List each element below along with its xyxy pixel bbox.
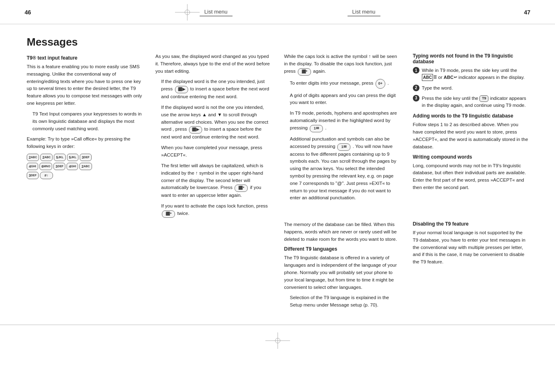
list-item-2: 2 Type the word. [413,85,528,92]
col3-key2: 0+ [375,79,385,89]
numbered-list: 1 While in T9 mode, press the side key u… [413,67,528,109]
key-2abc-1: 2ABC [27,154,39,161]
column-5: The memory of the database can be filled… [282,221,402,312]
item3-text: Press the side key until the T9 indicato… [422,95,528,109]
key-4ghi-2: 4GHI [67,163,78,170]
key-row-3: 3DEF #↑ [27,172,142,179]
t9-mode-icon: T9 [479,95,488,102]
adding-words-title: Adding words to the T9 linguistic databa… [413,113,528,119]
key-row-1: 2ABC 2ABC 5JKL 5JKL 3DEF [27,154,142,161]
spacer-2 [153,221,273,312]
t9-feature-body1: This is a feature enabling you to more e… [27,63,142,107]
example-label: Example: Try to type »Call office« by pr… [27,136,142,150]
column-4: Typing words not found in the T9 linguis… [411,36,530,221]
header-center: List menu List menu [200,9,380,16]
column-3: While the caps lock is active the symbol… [282,36,402,221]
abc-indicator-2: ABC↩ [444,74,457,81]
compound-words-body: Long, compound words may not be in T9's … [413,162,528,191]
diff-t9-body: The T9 linguistic database is offered in… [284,254,400,291]
right-columns: The memory of the database can be filled… [0,221,555,312]
key-3def-1: 3DEF [80,154,92,161]
num-2: 2 [413,85,419,91]
adding-words-body: Follow steps 1 to 2 as described above. … [413,121,528,150]
col3-body2: To enter digits into your message, press… [290,79,400,89]
spacer-1 [25,221,144,312]
item1-text: While in T9 mode, press the side key unt… [422,67,528,81]
menu-label-left: List menu [200,9,233,16]
column-6: Disabling the T9 feature If your normal … [411,221,530,312]
col2-body3: If the displayed word is not the one you… [161,104,271,141]
key-3def-2: 3DEF [53,163,65,170]
col2-body1: As you saw, the displayed word changed a… [155,53,271,75]
diff-t9-title: Different T9 languages [284,246,400,252]
col3-body1: While the caps lock is active the symbol… [284,53,400,76]
disable-t9-body: If your normal local language is not sup… [413,229,528,266]
list-item-1: 1 While in T9 mode, press the side key u… [413,67,528,81]
page-number-left: 46 [25,9,31,16]
col2-body6: If you want to activate the caps lock fu… [161,203,271,218]
disable-t9-title: Disabling the T9 feature [413,221,528,227]
t9-feature-body2: T9 Text Input compares your keypresses t… [32,111,142,132]
col2-body5: The first letter will always be capitali… [161,162,271,199]
page-number-right: 47 [524,9,530,16]
col2-key3: ⬛* [235,184,248,192]
col2-key4: ⬛* [162,210,175,218]
col3-body3: A grid of digits appears and you can pre… [290,92,400,107]
col2-body4: When you have completed your message, pr… [161,144,271,159]
bottom-bar [0,325,555,349]
key-row-2: 4GHI 6MNO 3DEF 4GHI 2ABC [27,163,142,170]
key-hash: #↑ [40,172,53,179]
menu-label-right: List menu [348,9,380,16]
key-4ghi-1: 4GHI [27,163,38,170]
col3-key3: 1✉ [310,125,323,132]
top-bar: 46 List menu List menu 47 [0,0,555,24]
key-3def-3: 3DEF [27,172,39,179]
section-title: Messages [27,36,142,48]
num-3: 3 [413,95,419,101]
t9-feature-title: T9® text input feature [27,55,142,61]
abc-indicator: ABC ☰ [422,74,437,81]
key-5jkl-2: 5JKL [67,154,78,161]
num-1: 1 [413,67,419,74]
main-content: Messages T9® text input feature This is … [0,24,555,221]
col3-key1: ⬛* [298,68,311,76]
key-2abc-2: 2ABC [40,154,53,161]
crosshair-bottom [265,332,290,349]
column-1: Messages T9® text input feature This is … [25,36,144,221]
key-6mno-1: 6MNO [39,163,52,170]
typing-words-title: Typing words not found in the T9 linguis… [413,53,528,65]
col2-key2: ⬛▶ [189,126,202,134]
key-5jkl-1: 5JKL [54,154,65,161]
key-2abc-3: 2ABC [79,163,92,170]
column-2: As you saw, the displayed word changed a… [153,36,273,221]
col3-body5: Additional punctuation and symbols can a… [290,136,400,202]
list-item-3: 3 Press the side key until the T9 indica… [413,95,528,109]
col2-key1: ⬛▶ [175,86,188,93]
compound-words-title: Writing compound words [413,154,528,160]
col5-body1: The memory of the database can be filled… [284,221,400,243]
col3-body4: In T9 mode, periods, hyphens and apostro… [290,110,400,132]
col3-key4: 1✉ [337,143,350,151]
crosshair-top [175,4,200,21]
col2-body2: If the displayed word is the one you int… [161,78,271,101]
col5-body2: Selection of the T9 language is explaine… [290,294,400,309]
item2-text: Type the word. [422,85,453,92]
